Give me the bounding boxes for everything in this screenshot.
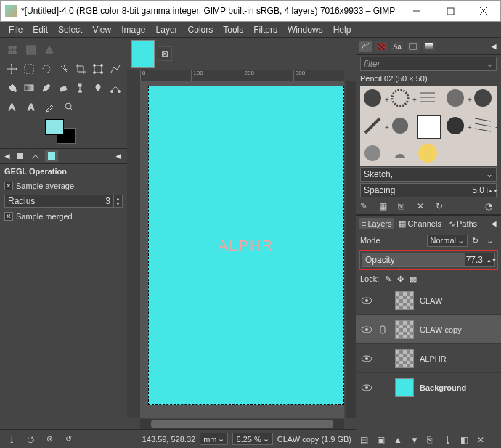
restore-options-icon[interactable]: ⭯ [23,432,38,447]
tool-recent-1[interactable] [4,42,20,58]
tool-free-select[interactable] [39,61,54,77]
layer-name[interactable]: ALPHR [420,354,447,363]
layer-row[interactable]: ALPHR [356,344,501,373]
layer-thumbnail[interactable] [395,349,414,368]
delete-options-icon[interactable]: ⊗ [42,432,57,447]
tool-eraser[interactable] [57,80,71,96]
zoom-dropdown[interactable]: 6.25 % ⌄ [232,433,272,445]
tab-layers[interactable]: ≡Layers [359,218,394,229]
brush-filter-input[interactable]: filter ⌄ [360,57,497,71]
color-selector[interactable] [45,119,77,147]
tab-brushes[interactable] [359,41,372,52]
brush-refresh-icon[interactable]: ↻ [436,201,447,213]
ruler-horizontal[interactable]: 0 100 200 300 [140,70,344,81]
dock-config-icon[interactable]: ◄ [489,41,498,52]
menu-layer[interactable]: Layer [152,25,182,35]
fg-color-swatch[interactable] [45,119,64,135]
tool-path[interactable] [108,80,123,96]
layer-merge-icon[interactable]: ⭣ [444,435,454,445]
mode-switch-icon[interactable]: ↻ [472,236,482,245]
tool-transform[interactable] [91,61,105,77]
dock-config-icon[interactable]: ◄ [489,219,498,229]
opacity-slider[interactable]: Opacity 77.3 ▲▼ [362,253,495,267]
brush-edit-icon[interactable]: ✎ [360,201,372,213]
tab-device-status[interactable] [29,150,42,162]
reset-options-icon[interactable]: ↺ [61,432,76,447]
brush-spacing-slider[interactable]: Spacing 5.0 ▲▼ [360,183,497,197]
layer-thumbnail[interactable] [395,378,414,397]
close-button[interactable] [467,1,500,22]
dock-config-icon[interactable]: ◄ [114,151,124,161]
canvas[interactable]: ALPHR [148,86,344,405]
menu-colors[interactable]: Colors [184,25,218,35]
scrollbar-horizontal[interactable] [140,419,344,429]
brush-duplicate-icon[interactable]: ⎘ [398,201,410,213]
layer-row[interactable]: CLAW [356,286,501,315]
menu-edit[interactable]: Edit [28,25,52,35]
scrollbar-vertical[interactable] [346,81,356,418]
menu-help[interactable]: Help [329,25,356,35]
tool-measure[interactable] [61,99,77,115]
brush-grid[interactable]: +++ +++ [360,86,497,166]
layer-delete-icon[interactable]: ✕ [477,435,487,445]
layer-up-icon[interactable]: ▲ [394,435,404,445]
ruler-corner[interactable] [127,70,140,81]
menu-file[interactable]: File [4,25,27,35]
brush-paint-icon[interactable]: ◔ [485,201,497,213]
mode-dropdown[interactable]: Normal ⌄ [427,235,468,247]
radius-input[interactable]: Radius 3 ▲▼ [4,195,123,208]
chevron-down-icon[interactable]: ⌄ [486,236,497,245]
opacity-spinner[interactable]: ▲▼ [486,258,494,263]
layer-link-icon[interactable] [379,325,389,335]
tool-text2[interactable]: A [23,99,39,115]
minimize-button[interactable] [400,1,433,22]
tab-gradients[interactable] [423,41,436,52]
lock-position-icon[interactable]: ✥ [397,274,404,284]
checkbox-sample-average[interactable]: ✕ [4,182,13,190]
dock-menu-icon[interactable]: ◄ [3,151,10,161]
menu-tools[interactable]: Tools [219,25,248,35]
tab-tool-options[interactable] [13,150,26,162]
tool-color-picker[interactable] [42,99,58,115]
layer-thumbnail[interactable] [395,291,414,310]
menu-select[interactable]: Select [54,25,86,35]
lock-pixels-icon[interactable]: ✎ [385,274,391,284]
tab-paths[interactable]: ∿Paths [446,218,480,230]
tab-fonts[interactable]: Aa [391,41,404,52]
tool-clone[interactable] [73,80,88,96]
tool-fuzzy-select[interactable] [57,61,71,77]
tool-pencil[interactable] [39,80,54,96]
layer-new-icon[interactable]: ▤ [360,435,370,445]
tool-text[interactable]: A [4,99,20,115]
radius-spinner[interactable]: ▲▼ [113,195,122,207]
tab-undo-history[interactable] [45,150,58,162]
layer-row[interactable]: Background [356,373,501,402]
checkbox-sample-merged[interactable]: ✕ [4,212,13,221]
lock-alpha-icon[interactable]: ▩ [410,274,417,284]
tool-gradient[interactable] [22,80,36,96]
tool-warp[interactable] [108,61,123,77]
layer-visibility-icon[interactable] [360,296,373,305]
tab-history[interactable] [407,41,420,52]
brush-delete-icon[interactable]: ✕ [417,201,428,213]
tab-patterns[interactable] [375,41,388,52]
menu-image[interactable]: Image [117,25,150,35]
image-tab-thumb[interactable] [131,40,155,68]
tool-move[interactable] [4,61,19,77]
tab-channels[interactable]: ▦Channels [396,218,444,230]
tool-recent-3[interactable] [42,42,58,58]
menu-filters[interactable]: Filters [249,25,282,35]
layer-group-icon[interactable]: ▣ [377,435,387,445]
ruler-vertical[interactable] [127,81,140,418]
layer-down-icon[interactable]: ▼ [410,435,420,445]
unit-dropdown[interactable]: mm ⌄ [200,433,228,445]
layer-visibility-icon[interactable] [360,383,373,392]
layer-name[interactable]: CLAW [420,296,442,305]
menu-windows[interactable]: Windows [283,25,327,35]
layer-visibility-icon[interactable] [360,325,373,334]
tool-smudge[interactable] [91,80,105,96]
maximize-button[interactable] [433,1,467,22]
layer-duplicate-icon[interactable]: ⎘ [427,435,437,445]
layer-visibility-icon[interactable] [360,354,373,363]
brush-preset-dropdown[interactable]: Sketch, ⌄ [360,167,497,182]
